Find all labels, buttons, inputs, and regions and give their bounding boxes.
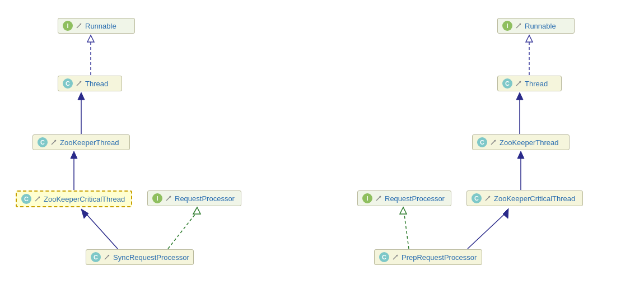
- svg-marker-7: [81, 209, 88, 218]
- svg-marker-5: [71, 151, 77, 159]
- svg-marker-9: [193, 207, 200, 214]
- svg-marker-1: [87, 35, 94, 42]
- inherit-icon-l-zkthread: [50, 138, 58, 146]
- badge-class-r-zkcritical: C: [472, 193, 482, 203]
- node-l-thread[interactable]: C Thread: [58, 76, 122, 91]
- svg-marker-11: [526, 35, 533, 42]
- svg-line-16: [468, 215, 504, 249]
- inherit-icon-r-zkthread: [489, 138, 497, 146]
- svg-line-8: [168, 215, 195, 249]
- node-label-l-reqproc: RequestProcessor: [175, 194, 235, 203]
- node-r-reqproc[interactable]: I RequestProcessor: [357, 190, 451, 206]
- inherit-icon-r-reqproc: [375, 194, 382, 202]
- inherit-icon-r-thread: [515, 80, 522, 87]
- svg-line-6: [87, 215, 118, 249]
- diagram-container: I Runnable C Thread C ZooKeeperThread C …: [0, 0, 644, 293]
- badge-class-l-zkthread: C: [38, 137, 48, 147]
- node-label-l-zkcritical: ZooKeeperCriticalThread: [44, 195, 125, 203]
- node-label-r-runnable: Runnable: [525, 22, 556, 30]
- node-label-r-zkcritical: ZooKeeperCriticalThread: [494, 194, 575, 203]
- inherit-icon-l-thread: [75, 80, 83, 87]
- node-r-zkcritical[interactable]: C ZooKeeperCriticalThread: [466, 190, 583, 206]
- svg-marker-15: [517, 151, 524, 159]
- svg-marker-13: [516, 92, 523, 100]
- svg-marker-19: [400, 207, 407, 214]
- badge-interface-r-reqproc: I: [362, 193, 372, 203]
- node-l-zkthread[interactable]: C ZooKeeperThread: [32, 134, 130, 150]
- node-l-runnable[interactable]: I Runnable: [58, 18, 135, 34]
- svg-marker-17: [503, 208, 508, 218]
- node-l-syncreq[interactable]: C SyncRequestProcessor: [86, 249, 194, 265]
- node-r-thread[interactable]: C Thread: [497, 76, 562, 91]
- node-label-r-prepreq: PrepRequestProcessor: [402, 253, 477, 262]
- inherit-icon-l-runnable: [75, 22, 83, 30]
- node-l-zkcritical[interactable]: C ZooKeeperCriticalThread: [16, 190, 132, 207]
- node-label-r-reqproc: RequestProcessor: [385, 194, 445, 203]
- badge-class-l-syncreq: C: [91, 252, 101, 262]
- badge-class-r-prepreq: C: [379, 252, 389, 262]
- inherit-icon-l-zkcritical: [34, 195, 41, 203]
- node-label-l-runnable: Runnable: [85, 22, 116, 30]
- inherit-icon-r-prepreq: [391, 253, 399, 261]
- badge-interface-l-reqproc: I: [152, 193, 162, 203]
- svg-line-18: [404, 215, 409, 249]
- node-label-r-zkthread: ZooKeeperThread: [500, 138, 559, 147]
- node-label-l-syncreq: SyncRequestProcessor: [113, 253, 189, 262]
- inherit-icon-r-zkcritical: [484, 194, 492, 202]
- node-r-runnable[interactable]: I Runnable: [497, 18, 575, 34]
- node-r-zkthread[interactable]: C ZooKeeperThread: [472, 134, 570, 150]
- badge-interface-r-runnable: I: [502, 21, 512, 31]
- badge-class-l-thread: C: [63, 78, 73, 89]
- inherit-icon-l-syncreq: [103, 253, 111, 261]
- svg-marker-3: [78, 92, 85, 100]
- badge-class-r-zkthread: C: [477, 137, 487, 147]
- node-r-prepreq[interactable]: C PrepRequestProcessor: [374, 249, 482, 265]
- badge-interface-l-runnable: I: [63, 21, 73, 31]
- node-label-r-thread: Thread: [525, 80, 548, 88]
- inherit-icon-r-runnable: [515, 22, 522, 30]
- badge-class-r-thread: C: [502, 78, 512, 89]
- node-label-l-zkthread: ZooKeeperThread: [60, 138, 119, 147]
- node-label-l-thread: Thread: [85, 80, 108, 88]
- inherit-icon-l-reqproc: [165, 194, 172, 202]
- node-l-reqproc[interactable]: I RequestProcessor: [147, 190, 241, 206]
- badge-class-l-zkcritical: C: [21, 194, 31, 204]
